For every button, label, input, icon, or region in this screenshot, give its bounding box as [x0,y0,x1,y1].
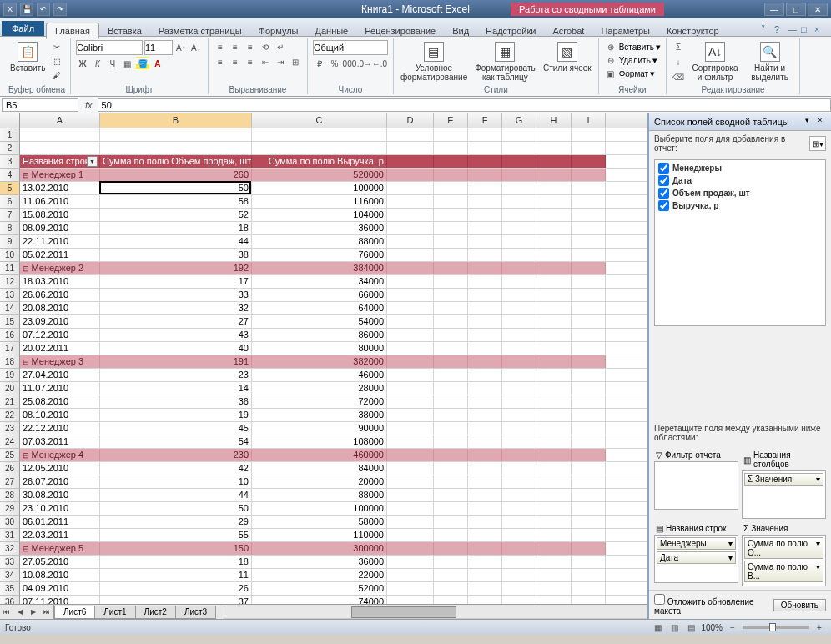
cell[interactable]: 192 [100,262,252,274]
normal-view-icon[interactable]: ▦ [651,621,664,634]
fx-icon[interactable]: fx [80,100,98,110]
drop-field[interactable]: Менеджеры▾ [657,537,736,550]
cell[interactable]: 07.03.2011 [20,435,100,448]
align-top-icon[interactable]: ≡ [214,40,227,53]
cell[interactable] [572,262,606,274]
cell[interactable]: 34000 [252,275,387,288]
cell[interactable] [536,409,572,421]
cell[interactable] [468,462,502,475]
cell[interactable]: 08.10.2010 [20,409,100,421]
cell[interactable]: 44 [100,235,252,248]
row-header[interactable]: 20 [0,382,20,395]
cell[interactable]: 86000 [252,329,387,341]
field-checkbox[interactable] [658,175,669,186]
bold-icon[interactable]: Ж [76,57,89,70]
cell[interactable] [572,128,606,141]
cell[interactable] [468,422,502,435]
cell[interactable] [536,395,572,408]
cell[interactable] [572,582,606,595]
cell[interactable] [468,128,502,141]
cell[interactable]: 19 [100,409,252,421]
cell[interactable] [468,435,502,448]
cell[interactable]: 22000 [252,569,387,581]
fill-icon[interactable]: ↓ [672,55,685,68]
cell[interactable] [536,435,572,448]
tab-Параметры[interactable]: Параметры [592,23,658,38]
increase-decimal-icon[interactable]: .0→ [358,57,371,70]
cell[interactable] [502,382,536,395]
cell[interactable] [536,462,572,475]
cell[interactable] [387,262,434,274]
cell[interactable]: 28000 [252,382,387,395]
excel-icon[interactable]: X [3,3,17,16]
row-header[interactable]: 5 [0,182,20,195]
next-sheet-icon[interactable]: ▶ [27,605,40,619]
cell[interactable]: 20.02.2011 [20,342,100,355]
cell[interactable]: 88000 [252,235,387,248]
tab-Acrobat[interactable]: Acrobat [544,23,592,38]
cell[interactable] [468,182,502,194]
row-header[interactable]: 35 [0,582,20,596]
cell[interactable] [536,315,572,328]
cell[interactable] [434,409,468,421]
cell[interactable]: 520000 [252,169,387,181]
format-cells-button[interactable]: ▣Формат ▾ [604,67,656,80]
cell[interactable] [387,302,434,314]
field-checkbox[interactable] [658,163,669,174]
cell[interactable] [536,235,572,248]
sheet-tab[interactable]: Лист6 [54,606,95,619]
row-header[interactable]: 15 [0,315,20,329]
cell[interactable] [468,169,502,181]
cell[interactable]: 58 [100,195,252,208]
cell[interactable] [434,462,468,475]
cell[interactable] [572,435,606,448]
cell[interactable] [387,542,434,555]
field-list[interactable]: МенеджерыДатаОбъем продаж, штВыручка, р [654,159,826,326]
cell[interactable]: 50 [100,502,252,515]
cell[interactable] [502,209,536,221]
name-box[interactable] [2,98,78,112]
cell[interactable] [434,182,468,194]
cell[interactable] [468,249,502,261]
format-painter-icon[interactable]: 🖌 [50,68,63,82]
sort-filter-button[interactable]: A↓Сортировка и фильтр [688,40,742,83]
cell[interactable]: 11.06.2010 [20,195,100,208]
orientation-icon[interactable]: ⟲ [259,40,272,53]
cell[interactable]: 10 [100,475,252,488]
cell[interactable]: 52 [100,209,252,221]
zoom-level[interactable]: 100% [701,623,723,632]
increase-indent-icon[interactable]: ⇥ [274,55,287,68]
tab-Вид[interactable]: Вид [444,23,477,38]
cell[interactable] [468,449,502,461]
cell[interactable] [572,462,606,475]
cell[interactable] [100,142,252,154]
cell[interactable] [387,209,434,221]
cell[interactable] [536,262,572,274]
zoom-out-icon[interactable]: − [726,621,739,634]
cell[interactable]: 40 [100,342,252,355]
row-header[interactable]: 17 [0,342,20,355]
row-header[interactable]: 32 [0,542,20,556]
defer-checkbox[interactable] [654,594,665,605]
cell[interactable] [434,502,468,515]
row-header[interactable]: 23 [0,422,20,435]
cell[interactable] [387,516,434,528]
cell[interactable] [536,142,572,154]
row-header[interactable]: 29 [0,502,20,516]
cell[interactable] [387,382,434,395]
cell[interactable] [536,369,572,381]
cell[interactable]: 32 [100,302,252,314]
redo-icon[interactable]: ↷ [53,3,67,16]
font-size-combo[interactable] [144,40,173,55]
cell[interactable] [434,329,468,341]
cell[interactable] [434,315,468,328]
cell[interactable]: 22.11.2010 [20,235,100,248]
prev-sheet-icon[interactable]: ◀ [13,605,27,619]
cell[interactable] [468,235,502,248]
cell[interactable] [434,542,468,555]
column-header[interactable]: B [100,113,252,128]
cell[interactable]: 58000 [252,516,387,528]
cell[interactable] [536,569,572,581]
cell[interactable] [100,128,252,141]
cell[interactable] [387,475,434,488]
